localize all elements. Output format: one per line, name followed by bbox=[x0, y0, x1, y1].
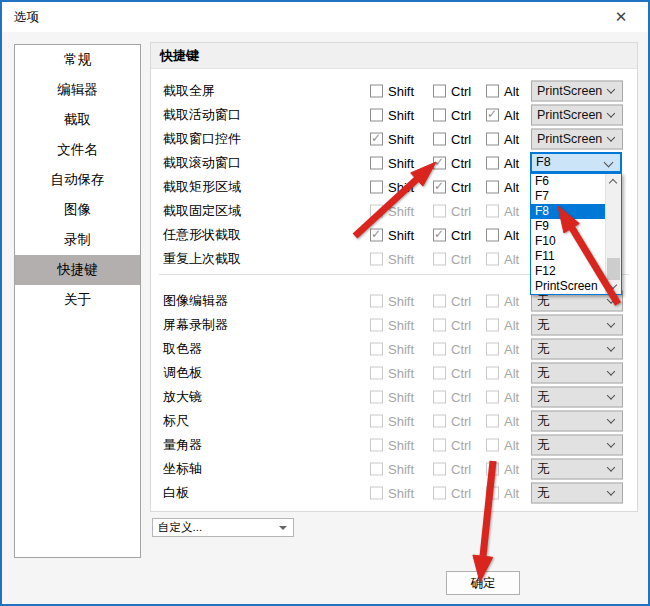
hotkey-combobox[interactable]: 无 bbox=[531, 387, 623, 408]
modifier-checkbox-ctrl[interactable]: Ctrl bbox=[433, 204, 471, 219]
modifier-checkbox-ctrl[interactable]: ✓Ctrl bbox=[433, 180, 471, 195]
modifier-checkbox-alt[interactable]: Alt bbox=[486, 486, 519, 501]
checkbox-box[interactable] bbox=[433, 205, 446, 218]
modifier-checkbox-ctrl[interactable]: Ctrl bbox=[433, 252, 471, 267]
hotkey-combobox[interactable]: PrintScreen bbox=[531, 129, 623, 150]
modifier-checkbox-shift[interactable]: Shift bbox=[370, 108, 414, 123]
modifier-checkbox-ctrl[interactable]: Ctrl bbox=[433, 414, 471, 429]
scroll-up-button[interactable] bbox=[606, 174, 621, 189]
checkbox-box[interactable] bbox=[486, 157, 499, 170]
checkbox-box[interactable] bbox=[486, 85, 499, 98]
checkbox-box[interactable] bbox=[370, 463, 383, 476]
checkbox-box[interactable] bbox=[370, 391, 383, 404]
modifier-checkbox-shift[interactable]: Shift bbox=[370, 366, 414, 381]
modifier-checkbox-ctrl[interactable]: Ctrl bbox=[433, 108, 471, 123]
sidebar-item[interactable]: 常规 bbox=[15, 45, 140, 75]
checkbox-box[interactable] bbox=[433, 463, 446, 476]
customize-combobox[interactable]: 自定义... bbox=[152, 518, 294, 537]
modifier-checkbox-alt[interactable]: Alt bbox=[486, 204, 519, 219]
modifier-checkbox-alt[interactable]: Alt bbox=[486, 342, 519, 357]
sidebar-item[interactable]: 编辑器 bbox=[15, 75, 140, 105]
sidebar-item[interactable]: 快捷键 bbox=[15, 255, 140, 285]
checkbox-box[interactable]: ✓ bbox=[433, 181, 446, 194]
checkbox-box[interactable] bbox=[433, 109, 446, 122]
checkbox-box[interactable] bbox=[370, 439, 383, 452]
hotkey-combobox[interactable]: 无 bbox=[531, 435, 623, 456]
modifier-checkbox-ctrl[interactable]: Ctrl bbox=[433, 366, 471, 381]
modifier-checkbox-shift[interactable]: Shift bbox=[370, 438, 414, 453]
modifier-checkbox-alt[interactable]: Alt bbox=[486, 438, 519, 453]
checkbox-box[interactable]: ✓ bbox=[433, 157, 446, 170]
checkbox-box[interactable] bbox=[433, 367, 446, 380]
dropdown-item[interactable]: F9 bbox=[531, 219, 605, 234]
modifier-checkbox-shift[interactable]: Shift bbox=[370, 414, 414, 429]
dropdown-item[interactable]: PrintScreen bbox=[531, 279, 605, 294]
modifier-checkbox-ctrl[interactable]: ✓Ctrl bbox=[433, 156, 471, 171]
checkbox-box[interactable] bbox=[486, 253, 499, 266]
checkbox-box[interactable] bbox=[370, 253, 383, 266]
scrollbar-thumb[interactable] bbox=[607, 258, 620, 280]
modifier-checkbox-alt[interactable]: Alt bbox=[486, 414, 519, 429]
modifier-checkbox-alt[interactable]: Alt bbox=[486, 366, 519, 381]
checkbox-box[interactable] bbox=[486, 367, 499, 380]
hotkey-combobox[interactable]: 无 bbox=[531, 339, 623, 360]
modifier-checkbox-alt[interactable]: Alt bbox=[486, 390, 519, 405]
hotkey-combobox[interactable]: PrintScreen bbox=[531, 81, 623, 102]
checkbox-box[interactable] bbox=[433, 439, 446, 452]
checkbox-box[interactable] bbox=[433, 319, 446, 332]
checkbox-box[interactable] bbox=[486, 343, 499, 356]
modifier-checkbox-alt[interactable]: ✓Alt bbox=[486, 108, 519, 123]
modifier-checkbox-ctrl[interactable]: Ctrl bbox=[433, 462, 471, 477]
modifier-checkbox-alt[interactable]: Alt bbox=[486, 84, 519, 99]
checkbox-box[interactable] bbox=[486, 391, 499, 404]
close-icon[interactable]: ✕ bbox=[610, 7, 632, 27]
checkbox-box[interactable] bbox=[486, 181, 499, 194]
modifier-checkbox-shift[interactable]: Shift bbox=[370, 486, 414, 501]
checkbox-box[interactable] bbox=[486, 133, 499, 146]
hotkey-combobox[interactable]: 无 bbox=[531, 363, 623, 384]
sidebar-item[interactable]: 录制 bbox=[15, 225, 140, 255]
hotkey-combobox[interactable]: 无 bbox=[531, 411, 623, 432]
hotkey-combobox[interactable]: 无 bbox=[531, 315, 623, 336]
checkbox-box[interactable]: ✓ bbox=[370, 229, 383, 242]
modifier-checkbox-shift[interactable]: Shift bbox=[370, 180, 414, 195]
checkbox-box[interactable]: ✓ bbox=[433, 229, 446, 242]
checkbox-box[interactable] bbox=[433, 253, 446, 266]
modifier-checkbox-alt[interactable]: Alt bbox=[486, 180, 519, 195]
dropdown-scrollbar[interactable] bbox=[605, 174, 621, 294]
modifier-checkbox-ctrl[interactable]: Ctrl bbox=[433, 390, 471, 405]
modifier-checkbox-shift[interactable]: Shift bbox=[370, 156, 414, 171]
dropdown-item[interactable]: F11 bbox=[531, 249, 605, 264]
checkbox-box[interactable] bbox=[486, 295, 499, 308]
checkbox-box[interactable] bbox=[370, 343, 383, 356]
modifier-checkbox-shift[interactable]: Shift bbox=[370, 252, 414, 267]
checkbox-box[interactable] bbox=[486, 463, 499, 476]
modifier-checkbox-ctrl[interactable]: Ctrl bbox=[433, 318, 471, 333]
dropdown-item[interactable]: F6 bbox=[531, 174, 605, 189]
modifier-checkbox-alt[interactable]: Alt bbox=[486, 318, 519, 333]
checkbox-box[interactable] bbox=[370, 181, 383, 194]
ok-button[interactable]: 确定 bbox=[446, 571, 520, 595]
checkbox-box[interactable] bbox=[486, 415, 499, 428]
modifier-checkbox-ctrl[interactable]: Ctrl bbox=[433, 84, 471, 99]
sidebar-item[interactable]: 图像 bbox=[15, 195, 140, 225]
checkbox-box[interactable] bbox=[370, 487, 383, 500]
modifier-checkbox-alt[interactable]: Alt bbox=[486, 462, 519, 477]
modifier-checkbox-alt[interactable]: Alt bbox=[486, 132, 519, 147]
modifier-checkbox-alt[interactable]: Alt bbox=[486, 294, 519, 309]
checkbox-box[interactable] bbox=[486, 487, 499, 500]
modifier-checkbox-ctrl[interactable]: Ctrl bbox=[433, 438, 471, 453]
checkbox-box[interactable] bbox=[486, 319, 499, 332]
modifier-checkbox-ctrl[interactable]: Ctrl bbox=[433, 486, 471, 501]
modifier-checkbox-shift[interactable]: Shift bbox=[370, 294, 414, 309]
hotkey-combobox[interactable]: 无 bbox=[531, 459, 623, 480]
dropdown-item[interactable]: F7 bbox=[531, 189, 605, 204]
checkbox-box[interactable] bbox=[370, 367, 383, 380]
modifier-checkbox-shift[interactable]: Shift bbox=[370, 462, 414, 477]
checkbox-box[interactable] bbox=[370, 415, 383, 428]
checkbox-box[interactable]: ✓ bbox=[486, 109, 499, 122]
checkbox-box[interactable] bbox=[370, 85, 383, 98]
checkbox-box[interactable] bbox=[370, 205, 383, 218]
checkbox-box[interactable] bbox=[486, 229, 499, 242]
dropdown-item[interactable]: F12 bbox=[531, 264, 605, 279]
